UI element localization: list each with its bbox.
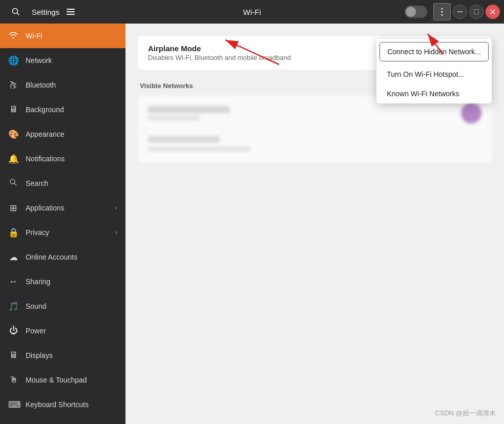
- sidebar-item-notifications-label: Notifications: [26, 155, 117, 163]
- sidebar-item-power-label: Power: [26, 327, 117, 335]
- sound-icon: 🎵: [8, 301, 18, 312]
- sidebar-item-online-accounts[interactable]: ☁ Online Accounts: [0, 245, 125, 269]
- sidebar-item-online-accounts-label: Online Accounts: [26, 253, 117, 261]
- sidebar-item-privacy-label: Privacy: [26, 228, 108, 237]
- sidebar-item-power[interactable]: ⏻ Power: [0, 319, 125, 343]
- svg-point-5: [442, 8, 443, 10]
- sidebar-item-network-label: Network: [26, 56, 117, 65]
- wifi-icon: [8, 30, 18, 42]
- sidebar-item-bluetooth-label: Bluetooth: [26, 81, 117, 89]
- sidebar-item-search-label: Search: [26, 179, 117, 187]
- keyboard-icon: ⌨: [8, 399, 18, 410]
- notifications-icon: 🔔: [8, 154, 18, 164]
- sidebar-item-mouse-label: Mouse & Touchpad: [26, 376, 117, 384]
- sidebar-item-notifications[interactable]: 🔔 Notifications: [0, 146, 125, 171]
- visible-networks-card: [138, 96, 492, 162]
- sidebar-item-displays-label: Displays: [26, 351, 117, 359]
- sidebar-item-sharing[interactable]: ↔ Sharing: [0, 269, 125, 294]
- svg-line-13: [14, 183, 16, 185]
- applications-icon: ⊞: [8, 203, 18, 214]
- sidebar-item-printers[interactable]: 🖨 Printers: [0, 417, 125, 424]
- svg-line-1: [17, 13, 19, 15]
- sidebar-item-privacy[interactable]: 🔒 Privacy ›: [0, 220, 125, 245]
- dropdown-item-hotspot[interactable]: Turn On Wi-Fi Hotspot...: [376, 65, 492, 84]
- main-layout: Wi-Fi 🌐 Network Bluetooth 🖥 Background 🎨…: [0, 24, 504, 424]
- sidebar-item-applications-label: Applications: [26, 204, 108, 212]
- bluetooth-icon: [8, 79, 18, 91]
- privacy-chevron: ›: [115, 229, 117, 236]
- page-title: Wi-Fi: [243, 8, 261, 16]
- menu-button[interactable]: [61, 3, 80, 21]
- sidebar-item-sound[interactable]: 🎵 Sound: [0, 294, 125, 319]
- close-button[interactable]: [486, 5, 500, 19]
- sidebar-item-background[interactable]: 🖥 Background: [0, 97, 125, 122]
- svg-point-6: [442, 11, 443, 13]
- sidebar-item-mouse-touchpad[interactable]: 🖱 Mouse & Touchpad: [0, 368, 125, 392]
- sidebar-item-search[interactable]: Search: [0, 171, 125, 196]
- watermark: CSDN @拾一滴清水: [435, 409, 496, 418]
- network-signal-icon: [461, 103, 481, 123]
- search-sidebar-icon: [8, 178, 18, 189]
- sidebar: Wi-Fi 🌐 Network Bluetooth 🖥 Background 🎨…: [0, 24, 125, 424]
- dropdown-item-known-networks[interactable]: Known Wi-Fi Networks: [376, 84, 492, 103]
- background-icon: 🖥: [8, 104, 18, 115]
- toggle-track[interactable]: [405, 6, 427, 18]
- network-icon: 🌐: [8, 55, 18, 66]
- toggle-thumb: [406, 7, 416, 17]
- mouse-icon: 🖱: [8, 375, 18, 385]
- maximize-button[interactable]: [469, 5, 484, 19]
- sidebar-item-applications[interactable]: ⊞ Applications ›: [0, 196, 125, 220]
- sidebar-item-sharing-label: Sharing: [26, 278, 117, 286]
- sidebar-item-network[interactable]: 🌐 Network: [0, 48, 125, 73]
- online-accounts-icon: ☁: [8, 252, 18, 263]
- titlebar: Settings Wi-Fi: [0, 0, 504, 24]
- svg-point-7: [442, 14, 443, 16]
- sidebar-item-keyboard-label: Keyboard Shortcuts: [26, 400, 117, 409]
- sidebar-item-keyboard[interactable]: ⌨ Keyboard Shortcuts: [0, 392, 125, 417]
- svg-rect-8: [457, 11, 463, 12]
- svg-rect-9: [474, 9, 479, 14]
- dropdown-menu: Connect to Hidden Network... Turn On Wi-…: [376, 39, 492, 103]
- sidebar-item-bluetooth[interactable]: Bluetooth: [0, 73, 125, 97]
- sidebar-item-background-label: Background: [26, 105, 117, 114]
- wifi-toggle[interactable]: [405, 6, 427, 18]
- sidebar-item-displays[interactable]: 🖥 Displays: [0, 343, 125, 368]
- power-icon: ⏻: [8, 326, 18, 336]
- content-area: Airplane Mode Disables Wi-Fi, Bluetooth …: [125, 24, 504, 424]
- minimize-button[interactable]: [453, 5, 467, 19]
- appearance-icon: 🎨: [8, 129, 18, 140]
- search-button[interactable]: [4, 0, 28, 24]
- svg-rect-2: [67, 9, 75, 10]
- more-options-button[interactable]: [433, 3, 451, 20]
- sidebar-item-appearance[interactable]: 🎨 Appearance: [0, 122, 125, 146]
- displays-icon: 🖥: [8, 350, 18, 361]
- sidebar-item-wifi-label: Wi-Fi: [26, 32, 117, 40]
- svg-rect-3: [67, 11, 75, 12]
- dropdown-item-connect-hidden[interactable]: Connect to Hidden Network...: [380, 42, 489, 61]
- svg-rect-4: [67, 14, 75, 15]
- sidebar-item-wifi[interactable]: Wi-Fi: [0, 24, 125, 48]
- sidebar-item-appearance-label: Appearance: [26, 130, 117, 138]
- sidebar-item-sound-label: Sound: [26, 302, 117, 310]
- applications-chevron: ›: [115, 204, 117, 211]
- app-title: Settings: [32, 8, 59, 16]
- sharing-icon: ↔: [8, 277, 18, 287]
- privacy-icon: 🔒: [8, 227, 18, 238]
